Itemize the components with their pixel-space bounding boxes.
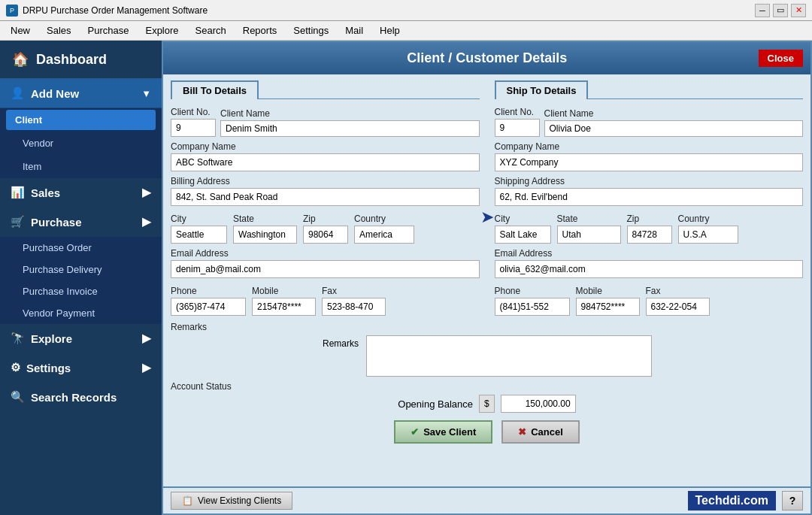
bill-state-label: State (233, 214, 297, 224)
ship-client-name-input[interactable] (544, 120, 804, 137)
remarks-section-label: Remarks (171, 322, 803, 332)
ship-phone-input[interactable] (495, 298, 570, 316)
menu-reports[interactable]: Reports (235, 23, 285, 38)
bill-state-input[interactable] (233, 226, 297, 244)
bill-phone-input[interactable] (171, 298, 246, 316)
sidebar-item-vendor-payment[interactable]: Vendor Payment (0, 302, 162, 324)
bill-email-input[interactable] (171, 260, 480, 278)
bill-zip-label: Zip (303, 214, 348, 224)
ship-mobile-input[interactable] (576, 298, 640, 316)
content-area: Client / Customer Details Close Bill To … (162, 41, 812, 515)
window-controls: ─ ▭ ✕ (755, 4, 806, 17)
bill-client-no-label: Client No. (171, 107, 216, 117)
menu-sales[interactable]: Sales (39, 23, 79, 38)
remarks-row: Remarks (171, 335, 803, 377)
ship-state-input[interactable] (557, 226, 621, 244)
sidebar-add-new[interactable]: 👤 Add New ▼ (0, 79, 162, 108)
sidebar-item-client[interactable]: Client (6, 110, 156, 130)
purchase-icon: 🛒 (11, 215, 25, 229)
ship-to-panel: Ship To Details Client No. Client Name (495, 80, 804, 316)
sidebar-item-item[interactable]: Item (0, 155, 162, 178)
bill-city-input[interactable] (171, 226, 227, 244)
bill-company-input[interactable] (171, 153, 480, 171)
bill-mobile-label: Mobile (252, 286, 316, 296)
ship-address-input[interactable] (495, 188, 804, 206)
ship-address-label: Shipping Address (495, 176, 804, 186)
bill-mobile-input[interactable] (252, 298, 316, 316)
close-button[interactable]: Close (759, 50, 803, 67)
ship-city-label: City (495, 214, 551, 224)
bill-address-label: Billing Address (171, 176, 480, 186)
bill-country-input[interactable] (354, 226, 414, 244)
ship-zip-input[interactable] (627, 226, 672, 244)
title-bar: P DRPU Purchase Order Management Softwar… (0, 0, 812, 21)
sidebar-item-purchase-invoice[interactable]: Purchase Invoice (0, 280, 162, 302)
sidebar-item-purchase-delivery[interactable]: Purchase Delivery (0, 259, 162, 280)
purchase-label: Purchase (31, 216, 82, 229)
ship-state-label: State (557, 214, 621, 224)
footer-bar: 📋 View Existing Clients Techddi.com ? (163, 486, 810, 513)
purchase-sub-items: Purchase Order Purchase Delivery Purchas… (0, 237, 162, 324)
cancel-button[interactable]: ✖ Cancel (501, 420, 580, 444)
settings-arrow-icon: ▶ (142, 361, 151, 374)
menu-settings[interactable]: Settings (286, 23, 336, 38)
menu-help[interactable]: Help (372, 23, 408, 38)
ship-fax-input[interactable] (646, 298, 710, 316)
sidebar-dashboard[interactable]: 🏠 Dashboard (0, 41, 162, 79)
bill-to-tab[interactable]: Bill To Details (171, 80, 259, 99)
ship-phone-row: Phone Mobile Fax (495, 281, 804, 316)
menu-explore[interactable]: Explore (138, 23, 186, 38)
purchase-arrow-icon: ▶ (142, 215, 151, 229)
bill-zip-input[interactable] (303, 226, 348, 244)
sidebar-item-explore[interactable]: 🔭 Explore ▶ (0, 324, 162, 353)
menu-search[interactable]: Search (188, 23, 234, 38)
sidebar-item-vendor[interactable]: Vendor (0, 132, 162, 155)
ship-fax-label: Fax (646, 286, 710, 296)
view-existing-clients-button[interactable]: 📋 View Existing Clients (171, 492, 292, 510)
ship-city-input[interactable] (495, 226, 551, 244)
ship-email-input[interactable] (495, 260, 804, 278)
ship-company-input[interactable] (495, 153, 804, 171)
bill-fax-input[interactable] (322, 298, 386, 316)
add-new-sub-items: Client Vendor Item (0, 108, 162, 178)
menu-purchase[interactable]: Purchase (80, 23, 137, 38)
minimize-button[interactable]: ─ (755, 4, 770, 17)
sidebar-item-settings[interactable]: ⚙ Settings ▶ (0, 353, 162, 383)
ship-client-name-label: Client Name (544, 108, 804, 119)
maximize-button[interactable]: ▭ (773, 4, 788, 17)
save-client-button[interactable]: ✔ Save Client (394, 420, 492, 444)
help-button[interactable]: ? (782, 491, 803, 510)
bill-phone-label: Phone (171, 286, 246, 296)
menu-mail[interactable]: Mail (338, 23, 371, 38)
sidebar-item-purchase[interactable]: 🛒 Purchase ▶ (0, 208, 162, 237)
remarks-textarea[interactable] (366, 335, 652, 377)
client-label: Client (15, 114, 42, 126)
ship-to-tab[interactable]: Ship To Details (495, 80, 589, 99)
ship-client-no-input[interactable] (495, 119, 540, 137)
search-records-icon: 🔍 (11, 390, 25, 404)
settings-icon: ⚙ (11, 361, 20, 374)
sidebar-item-purchase-order[interactable]: Purchase Order (0, 237, 162, 259)
save-label: Save Client (423, 426, 476, 438)
opening-balance-input[interactable] (501, 395, 576, 413)
arrow-divider: ➤ (480, 80, 495, 316)
sales-icon: 📊 (11, 186, 25, 199)
menu-new[interactable]: New (3, 23, 38, 38)
sales-arrow-icon: ▶ (142, 186, 151, 199)
sidebar-item-search-records[interactable]: 🔍 Search Records (0, 383, 162, 412)
item-label: Item (23, 161, 41, 172)
add-new-arrow: ▼ (141, 88, 151, 99)
ship-mobile-label: Mobile (576, 286, 640, 296)
save-icon: ✔ (411, 426, 419, 438)
explore-arrow-icon: ▶ (142, 332, 151, 345)
bill-client-name-input[interactable] (220, 120, 480, 137)
ship-country-input[interactable] (678, 226, 738, 244)
arrow-icon: ➤ (480, 208, 494, 227)
bill-email-label: Email Address (171, 248, 480, 259)
window-close-button[interactable]: ✕ (791, 4, 806, 17)
sidebar-item-sales[interactable]: 📊 Sales ▶ (0, 178, 162, 208)
bill-client-no-input[interactable] (171, 119, 216, 137)
form-title: Client / Customer Details (216, 50, 759, 66)
ship-zip-label: Zip (627, 214, 672, 224)
bill-address-input[interactable] (171, 188, 480, 206)
